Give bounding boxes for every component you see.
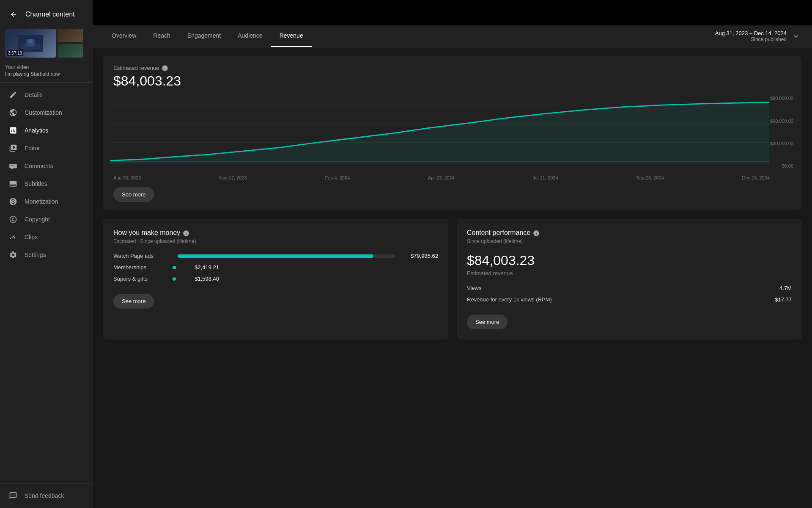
sidebar-item-analytics-label: Analytics xyxy=(25,127,48,134)
perf-metric-row-rpm: Revenue for every 1k views (RPM) $17.77 xyxy=(467,296,792,303)
how-you-make-money-subtitle: Estimated · Since uploaded (lifetime) xyxy=(113,238,438,244)
x-label-3: Feb 4, 2024 xyxy=(325,175,350,180)
sidebar-item-copyright[interactable]: Copyright xyxy=(2,210,91,228)
revenue-amount-supers: $1,598.40 xyxy=(181,276,219,282)
tab-audience[interactable]: Audience xyxy=(229,25,271,47)
how-you-make-money-title-text: How you make money xyxy=(113,229,180,237)
sidebar-item-details-label: Details xyxy=(25,91,43,98)
date-range-secondary: Since published xyxy=(715,36,787,42)
pencil-icon xyxy=(8,90,18,99)
perf-metric-label-rpm: Revenue for every 1k views (RPM) xyxy=(467,296,552,303)
thumbnail-small-2 xyxy=(58,44,83,58)
how-you-make-money-see-more-button[interactable]: See more xyxy=(113,294,154,309)
tab-revenue[interactable]: Revenue xyxy=(271,25,312,47)
sidebar-item-settings-label: Settings xyxy=(25,251,46,258)
tab-engagement[interactable]: Engagement xyxy=(179,25,229,47)
content-performance-revenue-value: $84,003.23 xyxy=(467,253,792,268)
top-black-bar xyxy=(93,0,812,25)
back-button[interactable] xyxy=(7,8,20,21)
revenue-dot-supers xyxy=(173,277,176,281)
video-info: Your video I'm playing Starfield now xyxy=(0,63,93,80)
chart-container: $90,000.00 $60,000.00 $30,000.00 $0.00 A… xyxy=(110,96,795,180)
perf-metric-row-views: Views 4.7M xyxy=(467,285,792,291)
content-area: Estimated revenue $84,003.23 xyxy=(93,47,812,508)
video-duration: 3:57:13 xyxy=(7,50,23,56)
content-performance-see-more-button[interactable]: See more xyxy=(467,315,508,329)
revenue-label-supers: Supers & gifts xyxy=(113,276,173,282)
video-preview: 3:57:13 xyxy=(0,25,93,61)
thumbnail-small-2-inner xyxy=(58,44,83,58)
sidebar-item-comments[interactable]: Comments xyxy=(2,157,91,175)
sidebar-item-clips[interactable]: Clips xyxy=(2,228,91,246)
sidebar-item-settings[interactable]: Settings xyxy=(2,246,91,264)
revenue-row-memberships: Memberships $2,419.21 xyxy=(113,264,438,271)
content-performance-title: Content performance xyxy=(467,229,792,237)
sidebar-item-details[interactable]: Details xyxy=(2,86,91,104)
revenue-bar-ads xyxy=(178,254,373,258)
y-label-3: $30,000.00 xyxy=(770,141,793,146)
tab-overview[interactable]: Overview xyxy=(103,25,145,47)
sidebar-item-editor[interactable]: Editor xyxy=(2,139,91,157)
revenue-amount-ads: $79,985.62 xyxy=(400,253,438,259)
how-you-make-money-title: How you make money xyxy=(113,229,438,237)
svg-point-3 xyxy=(28,39,33,44)
revenue-row-ads: Watch Page ads $79,985.62 xyxy=(113,253,438,259)
sidebar-item-copyright-label: Copyright xyxy=(25,216,50,223)
video-label: Your video xyxy=(5,64,88,70)
thumbnail-small-1-inner xyxy=(58,29,83,42)
revenue-label-ads: Watch Page ads xyxy=(113,253,173,259)
content-performance-title-text: Content performance xyxy=(467,229,530,237)
perf-metric-label-views: Views xyxy=(467,285,481,291)
perf-metric-value-rpm: $17.77 xyxy=(775,296,792,303)
content-performance-info-icon[interactable] xyxy=(533,229,540,237)
x-label-4: Apr 23, 2024 xyxy=(428,175,455,180)
chart-title: Estimated revenue xyxy=(113,65,159,71)
sidebar-item-comments-label: Comments xyxy=(25,163,53,169)
sidebar-item-customization[interactable]: Customization xyxy=(2,104,91,121)
copyright-icon xyxy=(8,215,18,224)
sidebar-item-send-feedback[interactable]: Send feedback xyxy=(2,487,91,505)
sidebar-bottom: Send feedback xyxy=(0,483,93,508)
sidebar-divider xyxy=(0,82,93,83)
how-you-make-money-card: How you make money Estimated · Since upl… xyxy=(103,219,448,340)
how-you-make-money-info-icon[interactable] xyxy=(183,229,189,237)
chart-see-more-button[interactable]: See more xyxy=(113,187,154,202)
sidebar-item-subtitles-label: Subtitles xyxy=(25,180,47,187)
sidebar-item-analytics[interactable]: Analytics xyxy=(2,121,91,139)
date-range-expand-button[interactable] xyxy=(790,30,802,42)
chart-info-icon[interactable] xyxy=(162,64,168,72)
content-performance-revenue-label: Estimated revenue xyxy=(467,270,792,276)
thumbnail-large: 3:57:13 xyxy=(5,29,56,58)
content-performance-subtitle: Since uploaded (lifetime) xyxy=(467,238,792,244)
content-performance-card: Content performance Since uploaded (life… xyxy=(457,219,802,340)
revenue-label-memberships: Memberships xyxy=(113,264,173,271)
chart-y-axis: $90,000.00 $60,000.00 $30,000.00 $0.00 xyxy=(770,96,795,168)
revenue-chart-svg xyxy=(110,96,795,180)
video-thumbnails: 3:57:13 xyxy=(5,29,88,58)
feedback-icon xyxy=(8,491,18,500)
sidebar-header: Channel content xyxy=(0,0,93,25)
date-range-text: Aug 31, 2023 – Dec 14, 2024 Since publis… xyxy=(715,30,787,42)
x-label-2: Nov 17, 2023 xyxy=(219,175,247,180)
y-label-1: $90,000.00 xyxy=(770,96,793,101)
chart-section: Estimated revenue $84,003.23 xyxy=(103,56,802,210)
tab-reach[interactable]: Reach xyxy=(145,25,178,47)
cards-row: How you make money Estimated · Since upl… xyxy=(103,219,802,340)
channel-title: Channel content xyxy=(25,11,75,18)
comments-icon xyxy=(8,161,18,171)
monetization-icon xyxy=(8,197,18,206)
chart-x-axis: Aug 30, 2023 Nov 17, 2023 Feb 4, 2024 Ap… xyxy=(113,175,770,180)
perf-metric-value-views: 4.7M xyxy=(779,285,792,291)
thumbnail-small-1 xyxy=(58,29,83,42)
sidebar-item-monetization[interactable]: Monetization xyxy=(2,193,91,210)
x-label-1: Aug 30, 2023 xyxy=(113,175,141,180)
revenue-amount-memberships: $2,419.21 xyxy=(181,264,219,271)
sidebar-item-editor-label: Editor xyxy=(25,145,40,152)
x-label-7: Dec 16, 2024 xyxy=(742,175,770,180)
y-label-4: $0.00 xyxy=(782,163,793,168)
clips-icon xyxy=(8,232,18,242)
sidebar-item-clips-label: Clips xyxy=(25,234,38,240)
y-label-2: $60,000.00 xyxy=(770,119,793,124)
sidebar-item-monetization-label: Monetization xyxy=(25,198,58,205)
sidebar-item-subtitles[interactable]: Subtitles xyxy=(2,175,91,193)
